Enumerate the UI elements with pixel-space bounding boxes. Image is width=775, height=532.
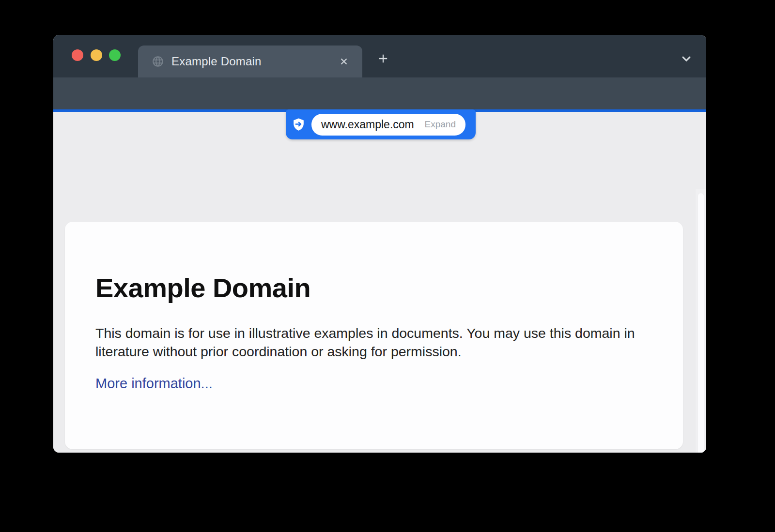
- tab-strip: Example Domain: [53, 35, 706, 77]
- tab-close-icon[interactable]: [337, 55, 351, 68]
- isolated-domain-text: www.example.com: [321, 118, 414, 131]
- expand-button[interactable]: Expand: [425, 119, 456, 130]
- content-card: Example Domain This domain is for use in…: [65, 222, 683, 449]
- browser-window: Example Domain: [53, 35, 706, 453]
- isolation-domain-bar: www.example.com Expand: [286, 109, 476, 139]
- tab-example-domain[interactable]: Example Domain: [138, 46, 362, 77]
- globe-icon: [152, 55, 164, 68]
- window-minimize-button[interactable]: [91, 49, 102, 61]
- page-heading: Example Domain: [95, 272, 652, 304]
- isolated-domain-pill[interactable]: www.example.com Expand: [311, 114, 465, 136]
- page-viewport: Example Domain This domain is for use in…: [53, 112, 706, 453]
- browser-toolbar: browser-beta.cloudflareaccess.com/... C: [53, 77, 706, 109]
- window-zoom-button[interactable]: [109, 49, 121, 61]
- scrollbar-thumb[interactable]: [698, 193, 704, 453]
- more-information-link[interactable]: More information...: [95, 376, 213, 392]
- window-close-button[interactable]: [72, 49, 83, 61]
- new-tab-button[interactable]: [375, 51, 391, 66]
- tab-search-chevron-icon[interactable]: [679, 51, 694, 66]
- shield-arrow-icon: [291, 117, 306, 132]
- scrollbar-track[interactable]: [696, 189, 706, 453]
- page-paragraph: This domain is for use in illustrative e…: [95, 324, 652, 361]
- tab-title: Example Domain: [171, 55, 337, 68]
